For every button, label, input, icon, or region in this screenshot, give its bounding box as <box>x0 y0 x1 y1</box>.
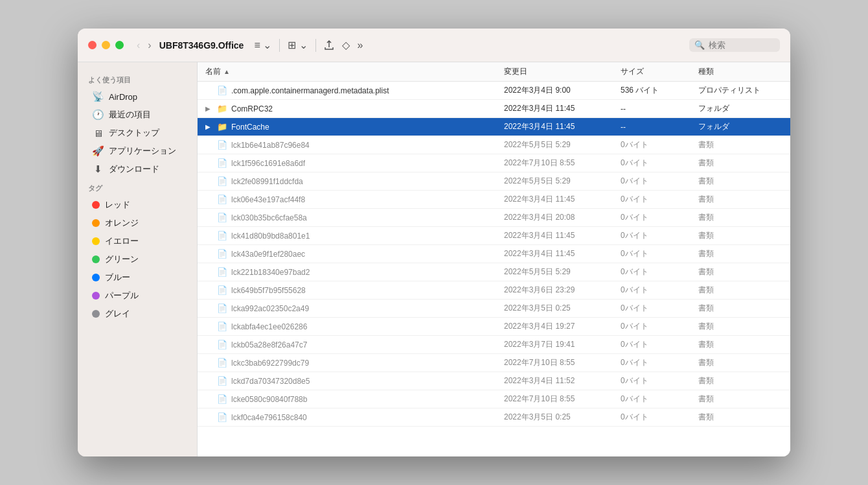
forward-button[interactable]: › <box>145 38 154 53</box>
sidebar-item-tag-yellow[interactable]: イエロー <box>82 232 193 250</box>
table-row[interactable]: 📄 lck030b35bc6cfae58a 2022年3月4日 20:08 0バ… <box>198 209 790 227</box>
cell-name: 📄 lck1b6e41ab87c96e84 <box>205 140 504 150</box>
table-row[interactable]: ▶ 📁 FontCache 2022年3月4日 11:45 -- フォルダ <box>198 118 790 136</box>
file-icon: 📄 <box>217 267 227 277</box>
table-row[interactable]: 📄 lck1f596c1691e8a6df 2022年7月10日 8:55 0バ… <box>198 154 790 172</box>
minimize-button[interactable] <box>102 41 110 49</box>
favorites-label: よく使う項目 <box>78 70 197 88</box>
cell-date: 2022年3月4日 11:45 <box>504 230 621 241</box>
sidebar-item-recent[interactable]: 🕐 最近の項目 <box>82 106 193 124</box>
airdrop-icon: 📡 <box>92 91 104 102</box>
back-button[interactable]: ‹ <box>134 38 143 53</box>
file-name: lckb05a28e8f26a47c7 <box>231 340 307 349</box>
applications-label: アプリケーション <box>109 145 176 157</box>
cell-name: 📄 lck2fe08991f1ddcfda <box>205 176 504 186</box>
file-rows: 📄 .com.apple.containermanagerd.metadata.… <box>198 82 790 456</box>
table-row[interactable]: 📄 lckd7da70347320d8e5 2022年3月4日 11:52 0バ… <box>198 372 790 390</box>
tag-dot-gray <box>92 310 100 318</box>
cell-kind: 書類 <box>698 303 782 314</box>
airdrop-label: AirDrop <box>109 92 137 102</box>
fullscreen-button[interactable] <box>115 41 124 49</box>
sidebar-item-tag-purple[interactable]: パープル <box>82 287 193 305</box>
table-row[interactable]: 📄 lck221b18340e97bad2 2022年5月5日 5:29 0バイ… <box>198 263 790 281</box>
cell-date: 2022年3月4日 9:00 <box>504 85 621 96</box>
table-row[interactable]: 📄 lcke0580c90840f788b 2022年7月10日 8:55 0バ… <box>198 390 790 408</box>
cell-name: 📄 lck649b5f7b95f55628 <box>205 285 504 295</box>
table-row[interactable]: 📄 .com.apple.containermanagerd.metadata.… <box>198 82 790 100</box>
expand-arrow[interactable]: ▶ <box>205 123 213 130</box>
list-view-icon[interactable]: ≡ ⌄ <box>254 39 271 51</box>
tag-icon[interactable]: ◇ <box>342 39 350 51</box>
col-date-header: 変更日 <box>504 66 621 77</box>
cell-name: 📄 lck221b18340e97bad2 <box>205 267 504 277</box>
sidebar-item-tag-gray[interactable]: グレイ <box>82 305 193 323</box>
table-row[interactable]: 📄 lckf0ca4e796158c840 2022年3月5日 0:25 0バイ… <box>198 408 790 427</box>
cell-kind: 書類 <box>698 139 782 150</box>
file-name: lckd7da70347320d8e5 <box>231 377 310 386</box>
tag-label-gray: グレイ <box>105 308 130 320</box>
tag-dot-orange <box>92 219 100 227</box>
table-row[interactable]: ▶ 📁 ComRPC32 2022年3月4日 11:45 -- フォルダ <box>198 100 790 118</box>
sidebar-item-tag-red[interactable]: レッド <box>82 196 193 214</box>
grid-view-icon[interactable]: ⊞ ⌄ <box>288 39 307 51</box>
recent-icon: 🕐 <box>92 109 104 121</box>
cell-kind: 書類 <box>698 230 782 241</box>
cell-name: ▶ 📁 ComRPC32 <box>205 104 504 113</box>
file-icon: 📄 <box>217 358 227 368</box>
cell-kind: 書類 <box>698 375 782 386</box>
cell-size: 0バイト <box>621 194 698 205</box>
table-row[interactable]: 📄 lckabfa4ec1ee026286 2022年3月4日 19:27 0バ… <box>198 318 790 336</box>
more-icon[interactable]: » <box>358 40 363 51</box>
file-icon: 📄 <box>217 86 227 95</box>
cell-name: 📄 lck43a0e9f1ef280aec <box>205 249 504 259</box>
file-icon: 📄 <box>217 285 227 295</box>
cell-name: 📄 lckf0ca4e796158c840 <box>205 412 504 422</box>
close-button[interactable] <box>88 41 97 49</box>
cell-size: 0バイト <box>621 266 698 278</box>
table-row[interactable]: 📄 lck649b5f7b95f55628 2022年3月6日 23:29 0バ… <box>198 281 790 300</box>
sidebar-item-airdrop[interactable]: 📡 AirDrop <box>82 88 193 106</box>
file-name: lck41d80b9bd8a801e1 <box>231 231 310 241</box>
sort-arrow: ▲ <box>223 68 230 75</box>
file-name: lckf0ca4e796158c840 <box>231 413 307 422</box>
cell-kind: 書類 <box>698 285 782 296</box>
file-name: lck06e43e197acf44f8 <box>231 195 305 204</box>
sidebar-item-downloads[interactable]: ⬇ ダウンロード <box>82 160 193 178</box>
sidebar-item-tag-blue[interactable]: ブルー <box>82 268 193 287</box>
table-row[interactable]: 📄 lcka992ac02350c2a49 2022年3月5日 0:25 0バイ… <box>198 300 790 318</box>
share-icon[interactable] <box>324 40 334 51</box>
cell-size: 0バイト <box>621 176 698 187</box>
table-row[interactable]: 📄 lck06e43e197acf44f8 2022年3月4日 11:45 0バ… <box>198 191 790 209</box>
table-row[interactable]: 📄 lck2fe08991f1ddcfda 2022年5月5日 5:29 0バイ… <box>198 172 790 191</box>
table-row[interactable]: 📄 lck43a0e9f1ef280aec 2022年3月4日 11:45 0バ… <box>198 245 790 263</box>
cell-name: 📄 .com.apple.containermanagerd.metadata.… <box>205 86 504 95</box>
sidebar-item-tag-green[interactable]: グリーン <box>82 250 193 268</box>
tag-label-yellow: イエロー <box>105 235 139 247</box>
table-row[interactable]: 📄 lck41d80b9bd8a801e1 2022年3月4日 11:45 0バ… <box>198 227 790 245</box>
table-row[interactable]: 📄 lck1b6e41ab87c96e84 2022年5月5日 5:29 0バイ… <box>198 136 790 154</box>
cell-name: 📄 lckd7da70347320d8e5 <box>205 376 504 386</box>
tag-label-red: レッド <box>105 199 130 211</box>
cell-kind: 書類 <box>698 394 782 405</box>
cell-date: 2022年5月5日 5:29 <box>504 176 621 187</box>
table-row[interactable]: 📄 lckc3bab6922799dc79 2022年7月10日 8:55 0バ… <box>198 354 790 372</box>
cell-name: 📄 lckb05a28e8f26a47c7 <box>205 340 504 349</box>
cell-size: 0バイト <box>621 285 698 296</box>
sidebar-item-desktop[interactable]: 🖥 デスクトップ <box>82 124 193 142</box>
cell-date: 2022年3月7日 19:41 <box>504 339 621 350</box>
cell-date: 2022年3月4日 11:45 <box>504 103 621 114</box>
sidebar-item-applications[interactable]: 🚀 アプリケーション <box>82 142 193 160</box>
file-name: lck221b18340e97bad2 <box>231 268 310 277</box>
cell-name: 📄 lckabfa4ec1ee026286 <box>205 322 504 331</box>
cell-name: 📄 lckc3bab6922799dc79 <box>205 358 504 368</box>
sidebar-item-tag-orange[interactable]: オレンジ <box>82 214 193 232</box>
search-input[interactable] <box>709 40 773 50</box>
expand-arrow[interactable]: ▶ <box>205 105 213 112</box>
cell-date: 2022年3月4日 20:08 <box>504 212 621 223</box>
file-icon: 📄 <box>217 303 227 313</box>
cell-size: 536 バイト <box>621 85 698 96</box>
search-box[interactable]: 🔍 <box>689 38 780 52</box>
recent-label: 最近の項目 <box>109 109 151 121</box>
file-name: ComRPC32 <box>231 104 273 113</box>
table-row[interactable]: 📄 lckb05a28e8f26a47c7 2022年3月7日 19:41 0バ… <box>198 336 790 354</box>
